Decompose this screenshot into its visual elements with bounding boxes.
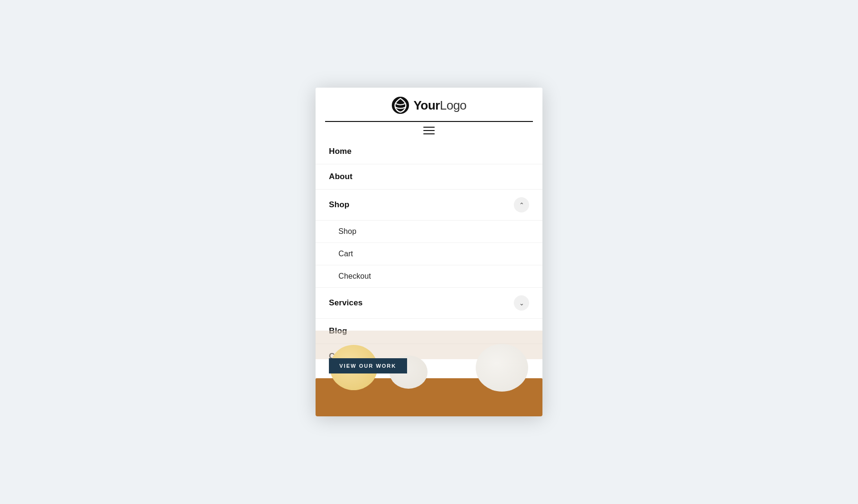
hamburger-line-1 xyxy=(423,127,435,128)
couch-background xyxy=(316,331,542,416)
nav-subitem-cart[interactable]: Cart xyxy=(316,243,542,265)
nav-label-cart: Cart xyxy=(338,250,353,258)
nav-label-services: Services xyxy=(329,298,363,308)
mobile-frame: YourLogo Home About Shop ⌃ xyxy=(316,88,542,416)
hamburger-line-2 xyxy=(423,130,435,131)
logo-bold: Your xyxy=(413,98,439,112)
chevron-down-icon: ⌄ xyxy=(519,300,524,307)
nav-label-about: About xyxy=(329,172,353,181)
nav-subitem-shop[interactable]: Shop xyxy=(316,221,542,243)
services-toggle-button[interactable]: ⌄ xyxy=(514,295,529,311)
logo-icon xyxy=(391,96,409,114)
nav-label-shop: Shop xyxy=(329,200,349,210)
hamburger-bar xyxy=(325,121,533,139)
nav-item-home[interactable]: Home xyxy=(316,139,542,164)
logo-light: Logo xyxy=(440,98,467,112)
bottom-image-area: VIEW OUR WORK xyxy=(316,331,542,416)
shop-toggle-button[interactable]: ⌃ xyxy=(514,197,529,212)
nav-item-shop[interactable]: Shop ⌃ xyxy=(316,190,542,221)
view-our-work-button[interactable]: VIEW OUR WORK xyxy=(329,358,407,373)
nav-subitem-checkout[interactable]: Checkout xyxy=(316,265,542,288)
hamburger-line-3 xyxy=(423,133,435,134)
nav-label-checkout: Checkout xyxy=(338,272,371,280)
cushion-right xyxy=(476,344,528,392)
hamburger-button[interactable] xyxy=(423,127,435,134)
nav-item-services[interactable]: Services ⌄ xyxy=(316,288,542,319)
nav-label-shop-sub: Shop xyxy=(338,227,357,235)
logo-text: YourLogo xyxy=(413,98,466,113)
chevron-up-icon: ⌃ xyxy=(519,202,524,209)
nav-label-home: Home xyxy=(329,147,352,156)
logo-area: YourLogo xyxy=(391,96,466,114)
nav-item-about[interactable]: About xyxy=(316,164,542,190)
header: YourLogo xyxy=(316,88,542,139)
